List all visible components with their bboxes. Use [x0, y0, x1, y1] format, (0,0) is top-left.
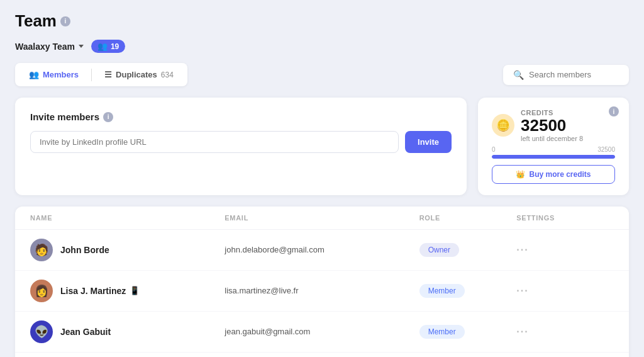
member-cell: 👽 Jean Gabuit	[30, 320, 225, 343]
team-name: Waalaxy Team	[15, 42, 75, 52]
table-row: 👽 Jean Gabuit jean.gabuit@gmail.com Memb…	[15, 312, 629, 353]
tab-duplicates[interactable]: ☰ Duplicates 634	[97, 67, 181, 82]
credits-sub: left until december 8	[521, 135, 615, 142]
member-count-badge: 👥 19	[91, 40, 125, 53]
role-cell: Owner	[419, 243, 517, 257]
role-cell: Member	[419, 325, 517, 339]
tabs-container: 👥 Members ☰ Duplicates 634	[15, 63, 187, 86]
duplicates-count: 634	[161, 71, 174, 79]
members-tab-icon: 👥	[29, 70, 39, 79]
invite-title: Invite members i	[30, 111, 452, 122]
search-input[interactable]	[529, 70, 619, 79]
page-title-info-icon[interactable]: i	[60, 16, 70, 26]
buy-credits-button[interactable]: 👑 Buy more credits	[492, 165, 615, 184]
members-icon: 👥	[97, 42, 108, 51]
tab-divider	[91, 69, 92, 81]
credits-progress-fill	[492, 155, 615, 159]
role-badge: Member	[419, 284, 465, 298]
duplicates-tab-icon: ☰	[104, 70, 112, 79]
table-row: 👾 Nicolas Machiavel nicolasmacchiavel6@g…	[15, 353, 629, 357]
settings-dots[interactable]: ···	[516, 326, 614, 337]
avatar: 👽	[30, 320, 53, 343]
invite-button[interactable]: Invite	[405, 131, 452, 153]
credits-progress-bar	[492, 155, 615, 159]
table-header: NAME EMAIL ROLE SETTINGS	[15, 207, 629, 230]
role-badge: Member	[419, 325, 465, 339]
credits-card: i 🪙 CREDITS 32500 left until december 8 …	[478, 98, 629, 195]
email-cell: jean.gabuit@gmail.com	[225, 327, 419, 336]
col-header-role: ROLE	[419, 214, 517, 222]
team-dropdown[interactable]: Waalaxy Team	[15, 42, 84, 52]
members-table: NAME EMAIL ROLE SETTINGS 🧑 John Borde jo…	[15, 207, 629, 357]
email-cell: lisa.martinez@live.fr	[225, 286, 419, 295]
role-cell: Member	[419, 284, 517, 298]
email-cell: john.delaborde@gmail.com	[225, 245, 419, 254]
settings-dots[interactable]: ···	[516, 285, 614, 297]
search-box: 🔍	[503, 65, 629, 85]
credits-bar-min: 0	[492, 146, 496, 153]
credits-value: 32500	[521, 116, 615, 135]
member-cell: 👩 Lisa J. Martinez📱	[30, 280, 225, 302]
col-header-email: EMAIL	[225, 214, 419, 222]
col-header-settings: SETTINGS	[516, 214, 614, 222]
tab-members-label: Members	[43, 70, 79, 79]
tab-duplicates-label: Duplicates	[116, 70, 157, 79]
invite-input[interactable]	[30, 131, 399, 153]
table-body: 🧑 John Borde john.delaborde@gmail.com Ow…	[15, 230, 629, 357]
avatar: 👩	[30, 280, 53, 302]
phone-icon: 📱	[130, 286, 140, 295]
member-cell: 🧑 John Borde	[30, 239, 225, 261]
tab-members[interactable]: 👥 Members	[21, 67, 86, 82]
search-icon: 🔍	[513, 70, 524, 80]
table-row: 🧑 John Borde john.delaborde@gmail.com Ow…	[15, 230, 629, 271]
buy-icon: 👑	[516, 170, 525, 179]
member-name: John Borde	[60, 245, 109, 255]
member-name: Lisa J. Martinez📱	[60, 286, 140, 296]
table-row: 👩 Lisa J. Martinez📱 lisa.martinez@live.f…	[15, 271, 629, 312]
chevron-down-icon	[79, 45, 84, 48]
settings-dots[interactable]: ···	[516, 244, 614, 256]
role-badge: Owner	[419, 243, 459, 257]
avatar: 🧑	[30, 239, 53, 261]
credits-info-icon[interactable]: i	[609, 106, 619, 116]
page-title: Team	[15, 11, 57, 31]
invite-info-icon[interactable]: i	[103, 112, 113, 122]
credits-bar-max: 32500	[597, 146, 615, 153]
invite-card: Invite members i Invite	[15, 98, 467, 195]
member-name: Jean Gabuit	[60, 327, 111, 337]
credits-emoji-icon: 🪙	[492, 114, 514, 137]
col-header-name: NAME	[30, 214, 225, 222]
member-count: 19	[111, 42, 119, 51]
